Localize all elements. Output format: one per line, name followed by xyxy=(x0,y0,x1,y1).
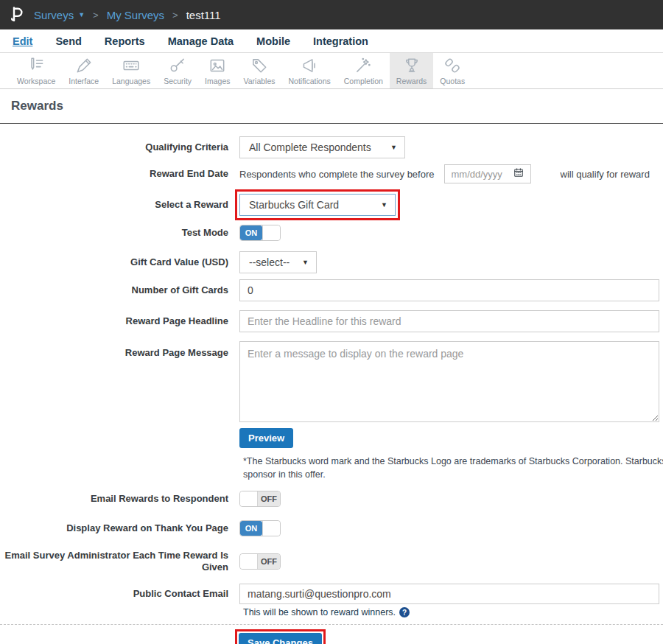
reward-end-date-input[interactable]: mm/dd/yyyy xyxy=(444,164,531,183)
number-of-gift-cards-input[interactable] xyxy=(239,279,659,301)
test-mode-row: Test Mode ON xyxy=(0,225,663,241)
qualifying-criteria-value: All Complete Respondents xyxy=(249,141,371,153)
title-divider xyxy=(0,123,663,124)
chevron-down-icon: ▼ xyxy=(302,259,309,266)
chevron-down-icon: ▼ xyxy=(381,201,387,209)
toggle-off-label: OFF xyxy=(258,554,280,569)
reward-page-message-textarea[interactable] xyxy=(239,341,659,422)
nav-tab-integration[interactable]: Integration xyxy=(313,35,368,47)
qualifying-criteria-row: Qualifying Criteria All Complete Respond… xyxy=(0,136,663,158)
nav-tab-reports[interactable]: Reports xyxy=(105,35,145,47)
number-of-gift-cards-row: Number of Gift Cards xyxy=(0,279,663,301)
toolbar-item-rewards[interactable]: Rewards xyxy=(390,53,433,88)
toolbar-item-notifications[interactable]: Notifications xyxy=(282,53,337,88)
toggle-handle xyxy=(262,521,280,536)
toolbar-item-label: Images xyxy=(205,77,230,85)
chevron-down-icon: ▼ xyxy=(390,144,397,151)
select-reward-value: Starbucks Gift Card xyxy=(249,199,339,211)
preview-button[interactable]: Preview xyxy=(239,428,293,448)
email-admin-row: Email Survey Administrator Each Time Rew… xyxy=(0,550,663,573)
test-mode-label: Test Mode xyxy=(0,227,228,239)
toolbar-item-label: Quotas xyxy=(440,77,465,85)
rewards-form: Qualifying Criteria All Complete Respond… xyxy=(0,136,663,644)
nav-tab-manage-data[interactable]: Manage Data xyxy=(168,35,234,47)
annotation-box-save: Save Changes xyxy=(235,629,326,644)
languages-icon xyxy=(122,56,141,75)
toggle-handle xyxy=(240,491,258,506)
email-rewards-row: Email Rewards to Respondent OFF xyxy=(0,491,663,507)
reward-page-message-label: Reward Page Message xyxy=(0,341,228,359)
reward-page-headline-input[interactable] xyxy=(239,310,659,332)
variables-icon xyxy=(250,56,269,75)
toolbar-item-images[interactable]: Images xyxy=(198,53,236,88)
public-contact-email-label: Public Contact Email xyxy=(0,588,228,600)
toolbar-item-security[interactable]: Security xyxy=(157,53,198,88)
number-of-gift-cards-label: Number of Gift Cards xyxy=(0,284,228,296)
display-reward-toggle[interactable]: ON xyxy=(239,520,281,536)
toggle-on-label: ON xyxy=(240,521,262,536)
breadcrumb-my-surveys[interactable]: My Surveys xyxy=(107,9,164,21)
reward-end-date-row: Reward End Date Respondents who complete… xyxy=(0,164,663,183)
breadcrumb-surveys[interactable]: Surveys ▼ xyxy=(34,9,85,21)
questionpro-logo-icon[interactable] xyxy=(10,7,23,23)
test-mode-toggle[interactable]: ON xyxy=(239,225,281,241)
email-rewards-toggle[interactable]: OFF xyxy=(239,491,281,507)
qualifying-criteria-select[interactable]: All Complete Respondents ▼ xyxy=(239,136,405,158)
public-email-help: This will be shown to reward winners. ? xyxy=(243,607,663,617)
calendar-icon[interactable] xyxy=(513,167,524,181)
reward-end-date-suffix: will qualify for reward xyxy=(561,169,650,180)
reward-end-date-prefix: Respondents who complete the survey befo… xyxy=(239,169,435,180)
display-reward-label: Display Reward on Thank You Page xyxy=(0,522,228,534)
toolbar-item-workspace[interactable]: Workspace xyxy=(10,53,62,88)
interface-icon xyxy=(74,56,94,75)
gift-card-value-label: Gift Card Value (USD) xyxy=(0,256,228,268)
toolbar-item-label: Notifications xyxy=(289,77,331,85)
display-reward-row: Display Reward on Thank You Page ON xyxy=(0,520,663,536)
breadcrumb-separator: > xyxy=(172,10,178,21)
toolbar-item-label: Interface xyxy=(69,77,99,85)
gift-card-value-select[interactable]: --select-- ▼ xyxy=(239,251,317,273)
gift-card-value-value: --select-- xyxy=(249,256,290,268)
toolbar-item-languages[interactable]: Languages xyxy=(105,53,157,88)
toggle-on-label: ON xyxy=(240,225,262,240)
toolbar-item-variables[interactable]: Variables xyxy=(237,53,282,88)
main-nav: Edit Send Reports Manage Data Mobile Int… xyxy=(0,29,663,53)
save-changes-button[interactable]: Save Changes xyxy=(239,633,322,644)
help-icon[interactable]: ? xyxy=(399,607,410,617)
email-rewards-label: Email Rewards to Respondent xyxy=(0,493,228,505)
public-email-help-text: This will be shown to reward winners. xyxy=(243,607,396,617)
rewards-icon xyxy=(402,56,421,75)
reward-page-message-row: Reward Page Message xyxy=(0,341,663,422)
page-title: Rewards xyxy=(11,99,663,113)
nav-tab-send[interactable]: Send xyxy=(55,35,81,47)
toolbar-item-label: Security xyxy=(164,77,192,85)
toggle-handle xyxy=(262,225,280,240)
email-admin-label: Email Survey Administrator Each Time Rew… xyxy=(0,550,228,573)
toolbar-item-label: Completion xyxy=(344,77,383,85)
toolbar-item-label: Workspace xyxy=(17,77,55,85)
nav-tab-mobile[interactable]: Mobile xyxy=(256,35,290,47)
public-contact-email-input[interactable] xyxy=(239,584,659,604)
toolbar-item-completion[interactable]: Completion xyxy=(337,53,390,88)
public-contact-email-row: Public Contact Email xyxy=(0,584,663,604)
reward-end-date-label: Reward End Date xyxy=(0,168,228,180)
disclaimer-line-1: *The Starbucks word mark and the Starbuc… xyxy=(243,455,663,469)
toolbar-item-interface[interactable]: Interface xyxy=(62,53,105,88)
top-bar: Surveys ▼ > My Surveys > test111 xyxy=(0,0,663,29)
workspace-icon xyxy=(27,56,46,75)
gift-card-value-row: Gift Card Value (USD) --select-- ▼ xyxy=(0,251,663,273)
email-admin-toggle[interactable]: OFF xyxy=(239,553,281,570)
starbucks-disclaimer: *The Starbucks word mark and the Starbuc… xyxy=(243,455,663,481)
nav-tab-edit[interactable]: Edit xyxy=(13,35,32,47)
toolbar-item-label: Languages xyxy=(112,77,150,85)
select-reward-label: Select a Reward xyxy=(0,199,228,211)
toolbar-item-quotas[interactable]: Quotas xyxy=(433,53,471,88)
breadcrumb-surveys-label: Surveys xyxy=(34,9,74,21)
select-reward-select[interactable]: Starbucks Gift Card ▼ xyxy=(239,194,396,216)
completion-icon xyxy=(354,56,373,75)
breadcrumb-current-survey[interactable]: test111 xyxy=(186,9,221,21)
save-row: Save Changes xyxy=(235,629,663,644)
annotation-box-select-reward: Starbucks Gift Card ▼ xyxy=(235,189,400,220)
toolbar-item-label: Rewards xyxy=(396,77,427,85)
quotas-icon xyxy=(443,56,462,75)
